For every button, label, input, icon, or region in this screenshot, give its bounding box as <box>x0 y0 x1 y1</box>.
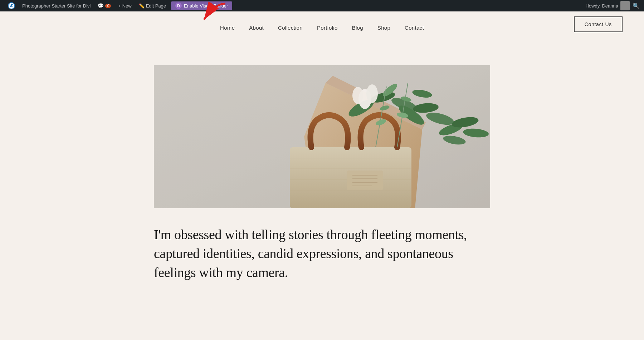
nav-item-shop[interactable]: Shop <box>377 25 390 31</box>
nav-item-about[interactable]: About <box>249 25 264 31</box>
contact-us-button[interactable]: Contact Us <box>574 16 623 32</box>
nav-item-contact[interactable]: Contact <box>405 25 424 31</box>
edit-page-button[interactable]: ✏️ Edit Page <box>135 0 170 11</box>
svg-point-31 <box>366 84 378 103</box>
comment-icon: 💬 <box>98 3 104 9</box>
svg-rect-11 <box>347 171 383 190</box>
admin-bar: Photographer Starter Site for Divi 💬 0 +… <box>0 0 644 11</box>
new-button[interactable]: + New <box>114 0 135 11</box>
hero-image-wrapper <box>154 65 490 208</box>
quote-text: I'm obsessed with telling stories throug… <box>154 225 490 282</box>
nav-item-home[interactable]: Home <box>220 25 235 31</box>
site-name-text: Photographer Starter Site for Divi <box>22 3 91 9</box>
user-avatar[interactable] <box>620 1 630 10</box>
howdy-text: Howdy, Deanna <box>585 3 618 9</box>
admin-bar-right: Howdy, Deanna 🔍 <box>585 1 640 10</box>
site-name-link[interactable]: Photographer Starter Site for Divi <box>19 0 94 11</box>
hero-image <box>154 65 490 208</box>
pencil-icon: ✏️ <box>139 3 145 9</box>
enable-visual-builder-button[interactable]: D Enable Visual Builder <box>171 1 232 10</box>
nav-item-portfolio[interactable]: Portfolio <box>317 25 338 31</box>
comment-count: 0 <box>105 4 111 8</box>
wp-logo-button[interactable] <box>4 0 19 11</box>
comments-button[interactable]: 💬 0 <box>94 0 114 11</box>
search-icon[interactable]: 🔍 <box>633 3 640 9</box>
main-nav: Home About Collection Portfolio Blog Sho… <box>220 25 424 31</box>
enable-visual-builder-label: Enable Visual Builder <box>184 3 228 9</box>
edit-page-label: Edit Page <box>146 3 166 9</box>
quote-paragraph: I'm obsessed with telling stories throug… <box>154 225 490 282</box>
nav-item-blog[interactable]: Blog <box>352 25 363 31</box>
divi-icon: D <box>175 3 182 9</box>
svg-point-32 <box>352 87 363 104</box>
site-header: Home About Collection Portfolio Blog Sho… <box>0 11 644 44</box>
nav-item-collection[interactable]: Collection <box>278 25 303 31</box>
new-label: + New <box>118 3 131 9</box>
